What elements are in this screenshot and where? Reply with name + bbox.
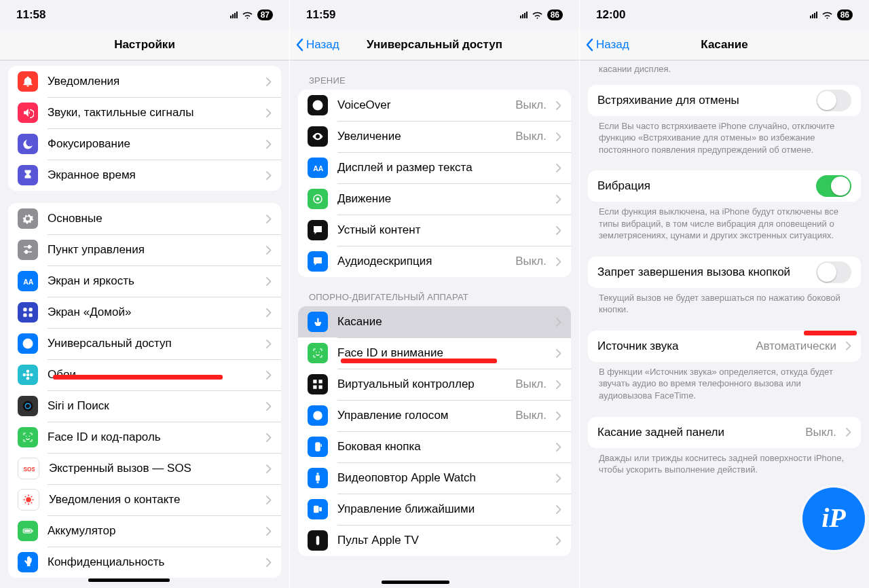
nav-bar: Настройки [0, 30, 289, 60]
shake-to-undo-toggle[interactable] [816, 90, 851, 111]
chevron-right-icon [556, 380, 561, 389]
chevron-right-icon [266, 558, 272, 567]
display-text-row[interactable]: Дисплей и размер текста [298, 152, 571, 183]
touch-row[interactable]: Касание [298, 306, 571, 337]
battery-row[interactable]: Аккумулятор [8, 515, 281, 547]
home-screen-row[interactable]: Экран «Домой» [8, 297, 281, 328]
focus-icon [18, 134, 38, 154]
watch-mirror-row[interactable]: Видеоповтор Apple Watch [298, 462, 571, 494]
battery-percent: 86 [547, 10, 563, 20]
redaction-bar [382, 581, 449, 584]
faceid-attention-icon [308, 343, 328, 363]
status-bar: 11:58 87 [0, 0, 289, 30]
section-header-motor: ОПОРНО-ДВИГАТЕЛЬНЫЙ АППАРАТ [290, 277, 579, 306]
back-button[interactable]: Назад [585, 38, 629, 52]
chevron-right-icon [266, 246, 272, 255]
chevron-right-icon [266, 308, 272, 317]
screentime-icon [18, 165, 38, 185]
spoken-row[interactable]: Устный контент [298, 215, 571, 246]
faceid-row[interactable]: Face ID и код-пароль [8, 422, 281, 453]
chevron-right-icon [266, 109, 272, 117]
general-row[interactable]: Основные [8, 203, 281, 234]
highlight-touch-underline [341, 359, 497, 363]
wifi-icon [242, 11, 253, 20]
nearby-row[interactable]: Управление ближайшими [298, 494, 571, 525]
audiosrc-footer: В функции «Источник звука» определяется,… [580, 362, 869, 405]
voice-control-row[interactable]: Управление голосом Выкл. [298, 400, 571, 431]
spoken-icon [308, 220, 328, 240]
touch-list[interactable]: касании дисплея. Встряхивание для отмены… [580, 60, 869, 479]
battery-percent: 87 [257, 10, 273, 20]
notifications-icon [18, 71, 38, 92]
touch-icon [308, 312, 328, 332]
chevron-right-icon [556, 411, 561, 420]
back-button[interactable]: Назад [295, 38, 339, 52]
chevron-right-icon [266, 402, 272, 411]
cellular-icon [810, 12, 817, 18]
chevron-right-icon [266, 339, 272, 348]
motion-row[interactable]: Движение [298, 183, 571, 215]
back-tap-row[interactable]: Касание задней панели Выкл. [588, 417, 861, 448]
prev-footer-tail: касании дисплея. [580, 60, 869, 78]
control-center-row[interactable]: Пункт управления [8, 234, 281, 265]
siri-search-icon [18, 396, 38, 416]
home-screen-icon [18, 302, 38, 323]
privacy-icon [18, 552, 38, 572]
voice-control-icon [308, 405, 328, 426]
chevron-right-icon [266, 371, 272, 380]
sos-row[interactable]: Экстренный вызов — SOS [8, 453, 281, 484]
faceid-attention-row[interactable]: Face ID и внимание [298, 337, 571, 369]
chevron-right-icon [556, 195, 561, 204]
exposure-row[interactable]: Уведомления о контакте [8, 484, 281, 515]
status-bar: 11:59 86 [290, 0, 579, 30]
accessibility-icon [18, 333, 38, 354]
notifications-row[interactable]: Уведомления [8, 66, 281, 97]
prevent-lock-end-call-toggle[interactable] [816, 261, 851, 283]
page-title: Универсальный доступ [367, 38, 502, 52]
chevron-right-icon [266, 277, 272, 286]
accessibility-list[interactable]: ЗРЕНИЕ VoiceOver Выкл. Увеличение Выкл. … [290, 60, 579, 556]
sounds-icon [18, 103, 38, 123]
switch-control-row[interactable]: Виртуальный контроллер Выкл. [298, 369, 571, 400]
accessibility-row[interactable]: Универсальный доступ [8, 328, 281, 359]
settings-root-screen: 11:58 87 Настройки Уведомления Звуки, та… [0, 0, 289, 588]
prevent-lock-end-call-row[interactable]: Запрет завершения вызова кнопкой [588, 257, 861, 288]
voiceover-icon [308, 95, 328, 115]
side-button-row[interactable]: Боковая кнопка [298, 431, 571, 462]
vibration-toggle[interactable] [816, 175, 851, 197]
status-bar: 12:00 86 [580, 0, 869, 30]
vibration-row[interactable]: Вибрация [588, 170, 861, 202]
nearby-icon [308, 499, 328, 519]
apple-tv-remote-row[interactable]: Пульт Apple TV [298, 525, 571, 556]
audio-desc-row[interactable]: Аудиодескрипция Выкл. [298, 246, 571, 277]
back-chevron-icon [585, 38, 593, 52]
zoom-row[interactable]: Увеличение Выкл. [298, 121, 571, 152]
chevron-right-icon [266, 215, 272, 223]
status-time: 11:58 [16, 8, 145, 22]
wallpaper-icon [18, 365, 38, 385]
chevron-right-icon [556, 164, 561, 172]
faceid-icon [18, 427, 38, 447]
page-title: Касание [701, 38, 747, 52]
privacy-row[interactable]: Конфиденциальность [8, 547, 281, 578]
siri-search-row[interactable]: Siri и Поиск [8, 390, 281, 422]
screentime-row[interactable]: Экранное время [8, 160, 281, 191]
chevron-right-icon [556, 101, 561, 110]
focus-row[interactable]: Фокусирование [8, 128, 281, 160]
audio-desc-icon [308, 251, 328, 272]
sounds-row[interactable]: Звуки, тактильные сигналы [8, 97, 281, 128]
chevron-right-icon [846, 428, 851, 437]
section-header-vision: ЗРЕНИЕ [290, 60, 579, 90]
shake-to-undo-row[interactable]: Встряхивание для отмены [588, 85, 861, 116]
switch-control-icon [308, 374, 328, 394]
shake-footer: Если Вы часто встряхиваете iPhone случай… [580, 116, 869, 159]
chevron-right-icon [556, 226, 561, 235]
display-row[interactable]: Экран и яркость [8, 265, 281, 297]
wifi-icon [532, 11, 543, 20]
voiceover-row[interactable]: VoiceOver Выкл. [298, 90, 571, 121]
nav-bar: Назад Универсальный доступ [290, 30, 579, 60]
battery-percent: 86 [837, 10, 853, 20]
motion-icon [308, 189, 328, 209]
status-time: 11:59 [306, 8, 434, 22]
settings-list[interactable]: Уведомления Звуки, тактильные сигналы Фо… [0, 66, 289, 578]
